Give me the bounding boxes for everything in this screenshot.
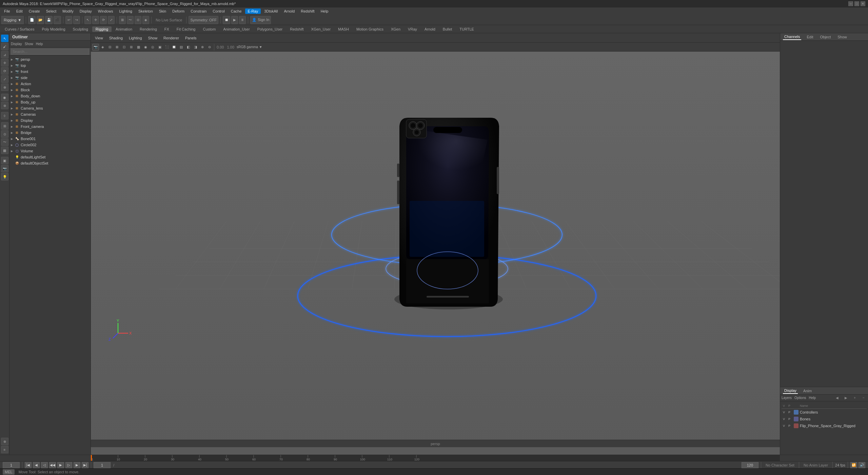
vp-menu-view[interactable]: View bbox=[92, 35, 106, 41]
render-view-btn[interactable]: 🔲 bbox=[223, 16, 230, 24]
vp-icon13[interactable]: ◧ bbox=[185, 44, 192, 51]
vp-icon12[interactable]: ▤ bbox=[178, 44, 184, 51]
vp-menu-panels[interactable]: Panels bbox=[182, 35, 199, 41]
tab-polygons-user[interactable]: Polygons_User bbox=[254, 26, 286, 32]
symmetry-btn[interactable]: Symmetry: OFF bbox=[189, 16, 218, 24]
camera-tool[interactable]: 📷 bbox=[1, 165, 8, 172]
vp-menu-renderer[interactable]: Renderer bbox=[161, 35, 182, 41]
viewport[interactable]: View Shading Lighting Show Renderer Pane… bbox=[91, 33, 780, 455]
menu-help[interactable]: Help bbox=[318, 8, 331, 14]
vp-icon5[interactable]: ⊞ bbox=[128, 44, 135, 51]
tab-custom[interactable]: Custom bbox=[199, 26, 219, 32]
snap-point[interactable]: ⊙ bbox=[1, 130, 8, 138]
vp-icon4[interactable]: ⊡ bbox=[121, 44, 127, 51]
rp-bottom-tab-display[interactable]: Display bbox=[783, 388, 798, 394]
layer-bones[interactable]: V P Bones bbox=[782, 416, 867, 422]
menu-lighting[interactable]: Lighting bbox=[116, 8, 135, 14]
tab-animation[interactable]: Animation bbox=[112, 26, 136, 32]
tree-item-persp[interactable]: ▶ 📷 persp bbox=[9, 56, 91, 62]
light-tool[interactable]: 💡 bbox=[1, 173, 8, 180]
menu-edit[interactable]: Edit bbox=[14, 8, 25, 14]
tab-poly-modeling[interactable]: Poly Modeling bbox=[38, 26, 68, 32]
tree-item-top[interactable]: ▶ 📷 top bbox=[9, 62, 91, 69]
layers-menu-help[interactable]: Help bbox=[809, 396, 816, 400]
vp-icon6[interactable]: ▦ bbox=[135, 44, 142, 51]
layers-add-btn[interactable]: + bbox=[852, 395, 858, 401]
vp-icon9[interactable]: ▣ bbox=[156, 44, 163, 51]
menu-3dtask[interactable]: 3DtskAll bbox=[261, 8, 280, 14]
tab-xgen-user[interactable]: XGen_User bbox=[308, 26, 334, 32]
tab-mash[interactable]: MASH bbox=[335, 26, 352, 32]
tab-bullet[interactable]: Bullet bbox=[439, 26, 456, 32]
tab-arnold[interactable]: Arnold bbox=[421, 26, 439, 32]
layer-flip-phone[interactable]: V P Flip_Phone_Space_Gray_Rigged bbox=[782, 422, 867, 429]
close-button[interactable]: ✕ bbox=[861, 1, 865, 6]
layers-menu-layers[interactable]: Layers bbox=[782, 396, 792, 400]
tree-item-circle002[interactable]: ▶ ◯ Circle002 bbox=[9, 142, 91, 148]
tab-motion-graphics[interactable]: Motion Graphics bbox=[353, 26, 387, 32]
layers-menu-options[interactable]: Options bbox=[794, 396, 806, 400]
rp-tab-object[interactable]: Object bbox=[818, 34, 832, 40]
redo-btn[interactable]: ↪ bbox=[73, 16, 80, 24]
scale-tool-btn[interactable]: ⤢ bbox=[108, 16, 115, 24]
save-btn[interactable]: 💾 bbox=[45, 16, 53, 24]
sound-btn[interactable]: 🔊 bbox=[859, 462, 865, 468]
vp-icon3[interactable]: ⊠ bbox=[114, 44, 120, 51]
vp-menu-lighting[interactable]: Lighting bbox=[126, 35, 145, 41]
current-frame-field[interactable] bbox=[94, 462, 111, 468]
layers-remove-btn[interactable]: − bbox=[861, 395, 867, 401]
vp-icon15[interactable]: ⊕ bbox=[199, 44, 206, 51]
viewport-canvas[interactable]: X Y Z persp bbox=[91, 52, 780, 447]
menu-cache[interactable]: Cache bbox=[228, 8, 244, 14]
prev-frame-btn[interactable]: ◀ bbox=[33, 462, 40, 468]
layer-controllers[interactable]: V P Controllers bbox=[782, 409, 867, 416]
tab-fx[interactable]: FX bbox=[161, 26, 173, 32]
menu-select[interactable]: Select bbox=[43, 8, 59, 14]
tab-animation-user[interactable]: Animation_User bbox=[220, 26, 253, 32]
tree-item-default-object-set[interactable]: 📦 defaultObjectSet bbox=[9, 160, 91, 166]
snap-grid[interactable]: ⊞ bbox=[1, 122, 8, 130]
tree-item-default-light-set[interactable]: 💡 defaultLightSet bbox=[9, 154, 91, 160]
sign-in-btn[interactable]: 👤 Sign In bbox=[250, 16, 271, 24]
vp-icon1[interactable]: ◈ bbox=[99, 44, 106, 51]
scale-tool[interactable]: ⤢ bbox=[1, 75, 8, 83]
rigging-dropdown[interactable]: Rigging ▼ bbox=[1, 16, 24, 24]
tree-item-bridge[interactable]: ▶ ⊞ Bridge bbox=[9, 130, 91, 136]
timeline-ruler[interactable]: 1 10 20 30 40 50 60 70 80 90 1 bbox=[91, 455, 780, 461]
play-back-btn[interactable]: ◀◀ bbox=[49, 462, 56, 468]
tree-item-camera-lens[interactable]: ▶ ⊞ Camera_lens bbox=[9, 105, 91, 111]
rotate-tool[interactable]: ⟳ bbox=[1, 67, 8, 75]
soft-select[interactable]: ◉ bbox=[1, 94, 8, 101]
outliner-display-menu[interactable]: Display bbox=[11, 42, 22, 46]
next-frame-btn[interactable]: ▶ bbox=[74, 462, 80, 468]
menu-skeleton[interactable]: Skeleton bbox=[136, 8, 156, 14]
prev-key-btn[interactable]: ◁ bbox=[41, 462, 48, 468]
tree-item-block[interactable]: ▶ ⊞ Block bbox=[9, 87, 91, 93]
tab-sculpting[interactable]: Sculpting bbox=[70, 26, 92, 32]
outliner-show-menu[interactable]: Show bbox=[25, 42, 33, 46]
tab-fit-caching[interactable]: Fit Caching bbox=[173, 26, 199, 32]
menu-create[interactable]: Create bbox=[26, 8, 43, 14]
start-frame-field[interactable] bbox=[3, 462, 20, 468]
snap-surface[interactable]: ▦ bbox=[1, 147, 8, 154]
vp-icon11[interactable]: 🔲 bbox=[171, 44, 177, 51]
layers-collapse-btn[interactable]: ◀ bbox=[834, 395, 840, 401]
tab-rendering[interactable]: Rendering bbox=[136, 26, 160, 32]
menu-arnold[interactable]: Arnold bbox=[281, 8, 298, 14]
end-frame-field[interactable] bbox=[742, 462, 758, 468]
menu-windows[interactable]: Windows bbox=[95, 8, 116, 14]
search-input[interactable] bbox=[11, 49, 89, 55]
sculpt-tool[interactable]: ⊛ bbox=[1, 102, 8, 109]
snap-point-btn[interactable]: ⊙ bbox=[135, 16, 141, 24]
vp-icon16[interactable]: ⊖ bbox=[206, 44, 213, 51]
tree-item-bone001[interactable]: ▶ 🦴 Bone001 bbox=[9, 136, 91, 142]
minimize-button[interactable]: ─ bbox=[848, 1, 853, 6]
save-as-btn[interactable]: ⬛ bbox=[54, 16, 61, 24]
loop-btn[interactable]: 🔁 bbox=[850, 462, 857, 468]
new-scene-btn[interactable]: 📄 bbox=[28, 16, 36, 24]
vp-color-mode[interactable]: sRGB gamma ▼ bbox=[236, 44, 263, 51]
rp-tab-show[interactable]: Show bbox=[836, 34, 848, 40]
menu-control[interactable]: Control bbox=[210, 8, 227, 14]
lasso-tool[interactable]: ⊿ bbox=[1, 51, 8, 58]
universal-tool[interactable]: ⊕ bbox=[1, 83, 8, 91]
